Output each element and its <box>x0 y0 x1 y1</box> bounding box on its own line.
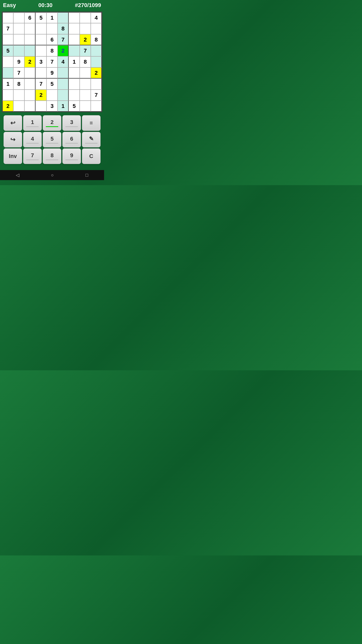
sudoku-cell[interactable] <box>58 90 69 101</box>
sudoku-cell[interactable] <box>69 90 80 101</box>
sudoku-cell[interactable] <box>2 56 13 67</box>
sudoku-cell[interactable] <box>69 23 80 34</box>
nav-back-button[interactable]: ◁ <box>12 171 23 179</box>
sudoku-cell[interactable]: 2 <box>35 90 47 101</box>
sudoku-cell[interactable]: 7 <box>13 67 24 78</box>
sudoku-cell[interactable]: 2 <box>2 101 13 112</box>
sudoku-cell[interactable] <box>69 45 80 56</box>
sudoku-cell[interactable] <box>13 12 24 23</box>
sudoku-cell[interactable] <box>2 12 13 23</box>
sudoku-cell[interactable] <box>91 45 102 56</box>
sudoku-cell[interactable] <box>80 90 91 101</box>
key-button-9[interactable]: 9 <box>62 148 81 164</box>
sudoku-cell[interactable] <box>69 78 80 90</box>
key-button-6[interactable]: 6 <box>62 132 81 147</box>
sudoku-cell[interactable]: 1 <box>2 78 13 90</box>
sudoku-cell[interactable] <box>58 78 69 90</box>
key-button-7[interactable]: 7 <box>23 148 42 164</box>
key-button-4[interactable]: 4 <box>23 132 42 147</box>
sudoku-cell[interactable]: 2 <box>24 56 35 67</box>
sudoku-cell[interactable] <box>13 23 24 34</box>
sudoku-cell[interactable]: 7 <box>80 45 91 56</box>
key-button-2[interactable]: 2 <box>43 115 61 131</box>
sudoku-cell[interactable] <box>47 90 58 101</box>
sudoku-cell[interactable] <box>35 101 47 112</box>
sudoku-cell[interactable] <box>2 34 13 45</box>
sudoku-cell[interactable] <box>69 67 80 78</box>
sudoku-cell[interactable] <box>47 23 58 34</box>
sudoku-cell[interactable] <box>13 34 24 45</box>
key-button-8[interactable]: 8 <box>43 148 61 164</box>
sudoku-cell[interactable]: 7 <box>47 56 58 67</box>
sudoku-cell[interactable]: 8 <box>91 34 102 45</box>
sudoku-cell[interactable] <box>13 45 24 56</box>
sudoku-cell[interactable]: 7 <box>58 34 69 45</box>
nav-home-button[interactable]: ○ <box>47 172 58 179</box>
sudoku-cell[interactable]: 8 <box>58 23 69 34</box>
key-button-✏[interactable]: ✎ <box>82 132 101 147</box>
sudoku-cell[interactable]: 5 <box>2 45 13 56</box>
sudoku-cell[interactable]: 2 <box>58 45 69 56</box>
sudoku-cell[interactable]: 2 <box>80 34 91 45</box>
nav-recent-button[interactable]: □ <box>81 172 92 179</box>
key-button-5[interactable]: 5 <box>43 132 61 147</box>
key-button-↩[interactable]: ↩ <box>4 115 22 131</box>
sudoku-cell[interactable]: 8 <box>47 45 58 56</box>
sudoku-cell[interactable] <box>91 101 102 112</box>
key-button-3[interactable]: 3 <box>62 115 81 131</box>
key-button-1[interactable]: 1 <box>23 115 42 131</box>
sudoku-cell[interactable]: 5 <box>35 12 47 23</box>
sudoku-cell[interactable] <box>2 90 13 101</box>
sudoku-cell[interactable]: 9 <box>47 67 58 78</box>
sudoku-cell[interactable] <box>80 67 91 78</box>
sudoku-cell[interactable] <box>35 45 47 56</box>
sudoku-cell[interactable] <box>24 67 35 78</box>
sudoku-cell[interactable] <box>35 23 47 34</box>
sudoku-cell[interactable] <box>35 67 47 78</box>
sudoku-cell[interactable] <box>24 90 35 101</box>
sudoku-cell[interactable] <box>24 34 35 45</box>
sudoku-cell[interactable]: 2 <box>91 67 102 78</box>
key-button-↪[interactable]: ↪ <box>4 132 22 147</box>
sudoku-cell[interactable] <box>24 101 35 112</box>
sudoku-cell[interactable] <box>13 101 24 112</box>
sudoku-cell[interactable]: 8 <box>80 56 91 67</box>
sudoku-cell[interactable] <box>80 23 91 34</box>
sudoku-cell[interactable]: 3 <box>35 56 47 67</box>
sudoku-cell[interactable] <box>69 12 80 23</box>
sudoku-cell[interactable] <box>58 67 69 78</box>
sudoku-cell[interactable] <box>24 45 35 56</box>
sudoku-cell[interactable]: 7 <box>91 90 102 101</box>
sudoku-cell[interactable] <box>91 78 102 90</box>
sudoku-cell[interactable]: 7 <box>35 78 47 90</box>
sudoku-cell[interactable]: 8 <box>13 78 24 90</box>
sudoku-cell[interactable] <box>13 90 24 101</box>
sudoku-cell[interactable]: 1 <box>69 56 80 67</box>
sudoku-cell[interactable]: 5 <box>47 78 58 90</box>
sudoku-cell[interactable] <box>2 67 13 78</box>
key-label: 5 <box>51 136 54 142</box>
key-button-C[interactable]: C <box>82 148 101 164</box>
sudoku-cell[interactable]: 4 <box>91 12 102 23</box>
sudoku-cell[interactable]: 1 <box>47 12 58 23</box>
sudoku-cell[interactable] <box>24 78 35 90</box>
sudoku-cell[interactable] <box>80 12 91 23</box>
sudoku-cell[interactable] <box>80 78 91 90</box>
sudoku-cell[interactable] <box>58 12 69 23</box>
sudoku-cell[interactable] <box>80 101 91 112</box>
sudoku-cell[interactable]: 5 <box>69 101 80 112</box>
sudoku-cell[interactable]: 3 <box>47 101 58 112</box>
sudoku-cell[interactable] <box>91 56 102 67</box>
sudoku-cell[interactable]: 1 <box>58 101 69 112</box>
sudoku-cell[interactable]: 4 <box>58 56 69 67</box>
sudoku-cell[interactable] <box>24 23 35 34</box>
key-button-Inv[interactable]: Inv <box>4 148 22 164</box>
sudoku-cell[interactable] <box>69 34 80 45</box>
sudoku-cell[interactable]: 6 <box>24 12 35 23</box>
sudoku-cell[interactable]: 6 <box>47 34 58 45</box>
sudoku-cell[interactable]: 7 <box>2 23 13 34</box>
sudoku-cell[interactable]: 9 <box>13 56 24 67</box>
sudoku-cell[interactable] <box>91 23 102 34</box>
sudoku-cell[interactable] <box>35 34 47 45</box>
key-button-≡[interactable]: ≡ <box>82 115 101 131</box>
